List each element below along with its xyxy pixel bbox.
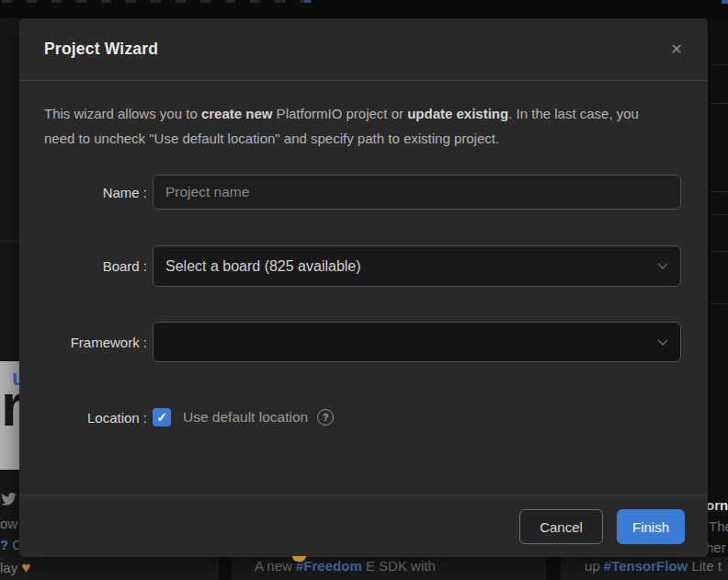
- background-image-card: u r: [0, 361, 19, 470]
- screen: t orn The her u r ow ? C lay ♥ A new #Fr…: [0, 0, 728, 580]
- card-letter-r: r: [1, 376, 19, 435]
- framework-select[interactable]: [153, 322, 681, 362]
- use-default-location-checkbox[interactable]: ✓: [153, 408, 171, 426]
- right-background-strip: [708, 18, 728, 557]
- description-bold: update existing: [407, 106, 508, 121]
- chevron-down-icon: [657, 339, 668, 346]
- top-edge-fragments: [2, 0, 319, 3]
- right-row-divider: [710, 214, 728, 215]
- dialog-header: Project Wizard ✕: [19, 18, 708, 81]
- description-bold: create new: [201, 106, 273, 121]
- heart-emoji: ♥: [21, 559, 30, 576]
- close-icon[interactable]: ✕: [667, 40, 686, 59]
- board-field-row: Board : Select a board (825 available): [19, 245, 708, 287]
- cancel-button[interactable]: Cancel: [519, 509, 603, 544]
- column-gap: [219, 556, 232, 580]
- background-text-fragment: ow: [0, 516, 17, 531]
- hashtag-link[interactable]: #TensorFlow: [604, 558, 688, 574]
- board-label: Board :: [19, 258, 147, 274]
- tweet-text: up #TensorFlow Lite t: [585, 558, 722, 574]
- top-right-blue-fragment: [722, 0, 728, 4]
- background-text-fragment: her: [706, 540, 726, 555]
- twitter-icon: [1, 493, 17, 510]
- background-text-fragment: lay ♥: [0, 559, 30, 577]
- framework-field-row: Framework :: [19, 322, 708, 362]
- dialog-footer: Cancel Finish: [519, 509, 685, 544]
- right-row-divider: [710, 303, 728, 304]
- top-edge-blue-fragment: [304, 0, 311, 3]
- description-part: This wizard allows you to: [44, 106, 201, 121]
- help-icon[interactable]: ?: [317, 409, 334, 426]
- tweet-text-part: up: [585, 558, 604, 574]
- tweet-text-part: A new: [255, 558, 296, 574]
- top-edge-strip: [0, 0, 728, 18]
- tweet-text-part: E SDK with: [362, 558, 436, 574]
- dialog-description: This wizard allows you to create new Pla…: [44, 101, 653, 151]
- finish-button[interactable]: Finish: [617, 509, 685, 544]
- chevron-down-icon: [657, 263, 668, 269]
- location-label: Location :: [19, 410, 147, 426]
- footer-divider: [19, 495, 708, 495]
- tweet-text: A new #Freedom E SDK with: [255, 558, 436, 574]
- left-background-strip: [0, 18, 19, 557]
- background-text-fragment: The: [709, 518, 728, 534]
- tweet-text-part: Lite t: [688, 558, 722, 574]
- name-label: Name :: [19, 185, 147, 200]
- checkmark-icon: ✓: [156, 411, 167, 424]
- hashtag-link[interactable]: #Freedom: [296, 558, 362, 574]
- project-wizard-dialog: Project Wizard ✕ This wizard allows you …: [19, 18, 708, 557]
- description-part: PlatformIO project or: [272, 106, 407, 121]
- board-select-value: Select a board (825 available): [165, 258, 657, 275]
- right-row-divider: [710, 64, 728, 65]
- text-fragment: lay: [0, 560, 21, 575]
- right-row-divider: [710, 103, 728, 104]
- project-name-input[interactable]: [153, 175, 681, 210]
- dialog-title: Project Wizard: [44, 40, 158, 59]
- board-select[interactable]: Select a board (825 available): [153, 245, 681, 287]
- link-fragment: ?: [0, 537, 8, 552]
- name-field-row: Name :: [19, 175, 708, 210]
- framework-label: Framework :: [19, 335, 147, 350]
- column-gap: [546, 556, 561, 580]
- right-row-divider: [710, 251, 728, 252]
- right-row-divider: [710, 191, 728, 192]
- left-divider-line: [0, 241, 19, 242]
- use-default-location-label: Use default location: [183, 409, 308, 426]
- background-text-fragment: orn: [706, 497, 728, 513]
- location-field-row: Location : ✓ Use default location ?: [19, 406, 708, 428]
